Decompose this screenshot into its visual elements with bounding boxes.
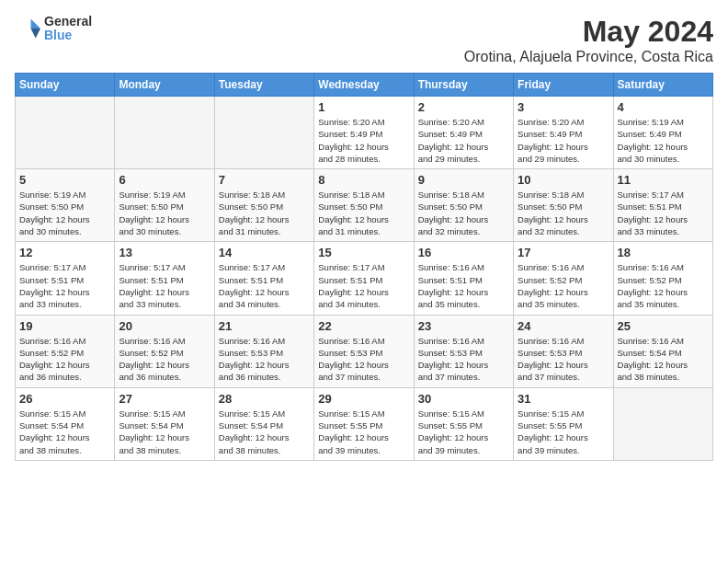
day-info: Sunrise: 5:20 AM Sunset: 5:49 PM Dayligh… xyxy=(518,116,609,165)
calendar-header-cell: Sunday xyxy=(16,74,115,97)
logo-general: General xyxy=(44,15,92,29)
calendar-header-cell: Friday xyxy=(514,74,613,97)
calendar-header-cell: Monday xyxy=(115,74,214,97)
calendar-week-row: 12Sunrise: 5:17 AM Sunset: 5:51 PM Dayli… xyxy=(16,242,713,315)
day-number: 13 xyxy=(119,246,210,259)
day-info: Sunrise: 5:16 AM Sunset: 5:53 PM Dayligh… xyxy=(518,335,609,384)
day-number: 11 xyxy=(618,173,709,187)
svg-marker-0 xyxy=(31,19,41,29)
day-info: Sunrise: 5:19 AM Sunset: 5:49 PM Dayligh… xyxy=(618,116,709,165)
day-info: Sunrise: 5:20 AM Sunset: 5:49 PM Dayligh… xyxy=(318,116,409,165)
day-info: Sunrise: 5:16 AM Sunset: 5:51 PM Dayligh… xyxy=(418,261,509,310)
day-info: Sunrise: 5:18 AM Sunset: 5:50 PM Dayligh… xyxy=(518,189,609,237)
calendar-day-cell: 11Sunrise: 5:17 AM Sunset: 5:51 PM Dayli… xyxy=(613,169,712,242)
day-number: 25 xyxy=(618,319,709,333)
calendar-day-cell: 18Sunrise: 5:16 AM Sunset: 5:52 PM Dayli… xyxy=(613,242,712,315)
day-number: 24 xyxy=(518,319,609,333)
calendar-day-cell: 15Sunrise: 5:17 AM Sunset: 5:51 PM Dayli… xyxy=(314,242,414,315)
day-info: Sunrise: 5:16 AM Sunset: 5:52 PM Dayligh… xyxy=(618,261,709,310)
calendar-day-cell: 9Sunrise: 5:18 AM Sunset: 5:50 PM Daylig… xyxy=(414,169,513,242)
calendar-day-cell xyxy=(16,97,115,169)
day-number: 5 xyxy=(19,173,110,187)
calendar-header-cell: Saturday xyxy=(613,74,712,97)
day-info: Sunrise: 5:15 AM Sunset: 5:54 PM Dayligh… xyxy=(219,408,310,456)
day-number: 26 xyxy=(19,392,110,406)
calendar-day-cell: 30Sunrise: 5:15 AM Sunset: 5:55 PM Dayli… xyxy=(414,387,513,460)
day-info: Sunrise: 5:15 AM Sunset: 5:54 PM Dayligh… xyxy=(119,408,210,456)
location-title: Orotina, Alajuela Province, Costa Rica xyxy=(464,49,713,65)
day-info: Sunrise: 5:20 AM Sunset: 5:49 PM Dayligh… xyxy=(418,116,509,165)
calendar-day-cell: 31Sunrise: 5:15 AM Sunset: 5:55 PM Dayli… xyxy=(514,387,613,460)
calendar-header-cell: Thursday xyxy=(414,74,513,97)
day-number: 22 xyxy=(318,319,409,333)
day-number: 21 xyxy=(219,319,310,333)
calendar-day-cell: 20Sunrise: 5:16 AM Sunset: 5:52 PM Dayli… xyxy=(115,315,214,387)
day-number: 1 xyxy=(318,100,409,114)
day-number: 6 xyxy=(119,173,210,187)
day-number: 2 xyxy=(418,100,509,114)
calendar-week-row: 26Sunrise: 5:15 AM Sunset: 5:54 PM Dayli… xyxy=(16,387,713,460)
day-number: 4 xyxy=(618,100,709,114)
calendar-day-cell: 14Sunrise: 5:17 AM Sunset: 5:51 PM Dayli… xyxy=(214,242,313,315)
day-number: 29 xyxy=(318,392,409,406)
calendar-day-cell: 25Sunrise: 5:16 AM Sunset: 5:54 PM Dayli… xyxy=(613,315,712,387)
day-number: 20 xyxy=(119,319,210,333)
day-number: 10 xyxy=(518,173,609,187)
day-number: 14 xyxy=(219,246,310,259)
day-number: 16 xyxy=(418,246,509,259)
calendar-day-cell: 13Sunrise: 5:17 AM Sunset: 5:51 PM Dayli… xyxy=(115,242,214,315)
day-number: 23 xyxy=(418,319,509,333)
calendar-day-cell: 8Sunrise: 5:18 AM Sunset: 5:50 PM Daylig… xyxy=(314,169,414,242)
calendar-day-cell xyxy=(613,387,712,460)
calendar-header-row: SundayMondayTuesdayWednesdayThursdayFrid… xyxy=(16,74,713,97)
svg-marker-1 xyxy=(31,29,41,39)
day-info: Sunrise: 5:17 AM Sunset: 5:51 PM Dayligh… xyxy=(318,261,409,310)
day-number: 7 xyxy=(219,173,310,187)
day-info: Sunrise: 5:15 AM Sunset: 5:54 PM Dayligh… xyxy=(19,408,110,456)
calendar-day-cell xyxy=(115,97,214,169)
day-info: Sunrise: 5:17 AM Sunset: 5:51 PM Dayligh… xyxy=(618,189,709,237)
day-number: 30 xyxy=(418,392,509,406)
day-info: Sunrise: 5:17 AM Sunset: 5:51 PM Dayligh… xyxy=(119,261,210,310)
calendar-day-cell: 23Sunrise: 5:16 AM Sunset: 5:53 PM Dayli… xyxy=(414,315,513,387)
month-title: May 2024 xyxy=(464,15,713,49)
day-number: 28 xyxy=(219,392,310,406)
calendar-header-cell: Tuesday xyxy=(214,74,313,97)
logo: General Blue xyxy=(15,15,92,43)
calendar-day-cell: 3Sunrise: 5:20 AM Sunset: 5:49 PM Daylig… xyxy=(514,97,613,169)
calendar-day-cell: 19Sunrise: 5:16 AM Sunset: 5:52 PM Dayli… xyxy=(16,315,115,387)
calendar-header-cell: Wednesday xyxy=(314,74,414,97)
calendar-day-cell: 5Sunrise: 5:19 AM Sunset: 5:50 PM Daylig… xyxy=(16,169,115,242)
day-number: 8 xyxy=(318,173,409,187)
day-info: Sunrise: 5:16 AM Sunset: 5:53 PM Dayligh… xyxy=(318,335,409,384)
day-number: 3 xyxy=(518,100,609,114)
day-info: Sunrise: 5:15 AM Sunset: 5:55 PM Dayligh… xyxy=(318,408,409,456)
day-info: Sunrise: 5:18 AM Sunset: 5:50 PM Dayligh… xyxy=(219,189,310,237)
calendar-week-row: 19Sunrise: 5:16 AM Sunset: 5:52 PM Dayli… xyxy=(16,315,713,387)
day-number: 9 xyxy=(418,173,509,187)
calendar-day-cell: 21Sunrise: 5:16 AM Sunset: 5:53 PM Dayli… xyxy=(214,315,313,387)
day-number: 12 xyxy=(19,246,110,259)
calendar-day-cell: 7Sunrise: 5:18 AM Sunset: 5:50 PM Daylig… xyxy=(214,169,313,242)
calendar-day-cell: 17Sunrise: 5:16 AM Sunset: 5:52 PM Dayli… xyxy=(514,242,613,315)
day-info: Sunrise: 5:16 AM Sunset: 5:52 PM Dayligh… xyxy=(119,335,210,384)
calendar-day-cell: 6Sunrise: 5:19 AM Sunset: 5:50 PM Daylig… xyxy=(115,169,214,242)
day-info: Sunrise: 5:18 AM Sunset: 5:50 PM Dayligh… xyxy=(418,189,509,237)
calendar-day-cell: 24Sunrise: 5:16 AM Sunset: 5:53 PM Dayli… xyxy=(514,315,613,387)
day-info: Sunrise: 5:16 AM Sunset: 5:52 PM Dayligh… xyxy=(19,335,110,384)
calendar-day-cell: 26Sunrise: 5:15 AM Sunset: 5:54 PM Dayli… xyxy=(16,387,115,460)
day-info: Sunrise: 5:19 AM Sunset: 5:50 PM Dayligh… xyxy=(119,189,210,237)
calendar-week-row: 1Sunrise: 5:20 AM Sunset: 5:49 PM Daylig… xyxy=(16,97,713,169)
logo-blue: Blue xyxy=(44,29,92,42)
calendar-day-cell: 12Sunrise: 5:17 AM Sunset: 5:51 PM Dayli… xyxy=(16,242,115,315)
calendar-day-cell: 22Sunrise: 5:16 AM Sunset: 5:53 PM Dayli… xyxy=(314,315,414,387)
calendar-day-cell: 28Sunrise: 5:15 AM Sunset: 5:54 PM Dayli… xyxy=(214,387,313,460)
calendar-day-cell: 29Sunrise: 5:15 AM Sunset: 5:55 PM Dayli… xyxy=(314,387,414,460)
day-info: Sunrise: 5:17 AM Sunset: 5:51 PM Dayligh… xyxy=(219,261,310,310)
day-info: Sunrise: 5:17 AM Sunset: 5:51 PM Dayligh… xyxy=(19,261,110,310)
logo-text: General Blue xyxy=(44,15,92,43)
day-number: 27 xyxy=(119,392,210,406)
day-info: Sunrise: 5:16 AM Sunset: 5:54 PM Dayligh… xyxy=(618,335,709,384)
calendar-day-cell: 27Sunrise: 5:15 AM Sunset: 5:54 PM Dayli… xyxy=(115,387,214,460)
calendar-day-cell xyxy=(214,97,313,169)
